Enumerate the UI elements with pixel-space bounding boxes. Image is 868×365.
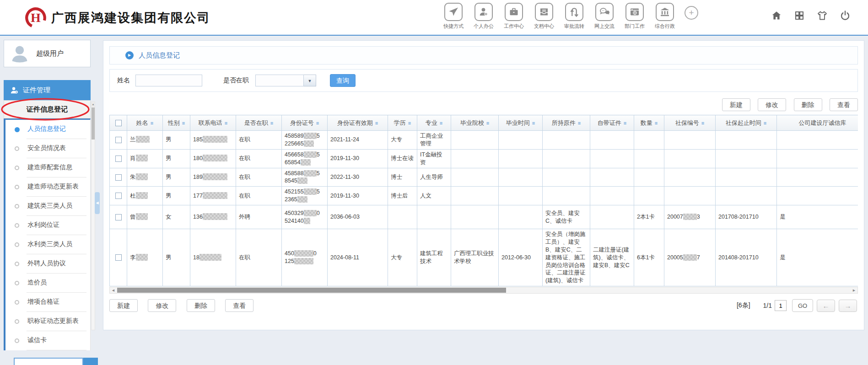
column-header-orig_certs[interactable]: 所持原件≡ bbox=[543, 115, 590, 131]
scroll-up-icon[interactable]: ▲ bbox=[92, 102, 95, 107]
sort-icon[interactable]: ≡ bbox=[486, 120, 489, 126]
column-header-qty[interactable]: 数量≡ bbox=[634, 115, 664, 131]
top-delete-button[interactable]: 删除 bbox=[794, 98, 822, 111]
nav-item-bank[interactable]: 综合行政 bbox=[650, 3, 680, 30]
column-header-name[interactable]: 姓名≡ bbox=[127, 115, 163, 131]
sidebar-section-header[interactable]: 证件管理 bbox=[4, 80, 91, 100]
sidebar-collapse-handle[interactable]: ◀ bbox=[95, 192, 100, 214]
sort-icon[interactable]: ≡ bbox=[316, 120, 319, 126]
next-page-button[interactable]: → bbox=[839, 300, 857, 312]
shirt-icon[interactable] bbox=[817, 10, 828, 21]
column-header-own_certs[interactable]: 自带证件≡ bbox=[590, 115, 634, 131]
employed-select[interactable]: ▼ bbox=[255, 75, 316, 86]
cell-cred_db bbox=[777, 131, 858, 150]
row-checkbox[interactable] bbox=[115, 156, 122, 162]
sort-icon[interactable]: ≡ bbox=[270, 120, 273, 126]
sidebar-bottom-button[interactable] bbox=[83, 358, 98, 365]
column-label: 性别 bbox=[168, 119, 180, 126]
go-button[interactable]: GO bbox=[792, 299, 813, 312]
column-header-ss_period[interactable]: 社保起止时间≡ bbox=[716, 115, 777, 131]
chevron-down-icon[interactable]: ▼ bbox=[304, 75, 316, 86]
sidebar-item[interactable]: 安全员情况表 bbox=[5, 139, 90, 158]
column-header-grad_time[interactable]: 毕业时间≡ bbox=[499, 115, 543, 131]
grid-icon[interactable] bbox=[794, 10, 805, 21]
column-header-id_number[interactable]: 身份证号≡ bbox=[282, 115, 328, 131]
sidebar-item[interactable]: 建造师动态更新表 bbox=[5, 177, 90, 197]
home-icon[interactable] bbox=[771, 10, 782, 21]
table-row[interactable]: 杜男177在职452155523652019-11-30博士后人文 bbox=[110, 187, 858, 205]
h-scrollbar[interactable]: ◀ ▶ bbox=[109, 287, 858, 294]
row-checkbox[interactable] bbox=[115, 174, 122, 181]
delete-button[interactable]: 删除 bbox=[187, 299, 215, 312]
column-header-gender[interactable]: 性别≡ bbox=[163, 115, 190, 131]
scroll-thumb[interactable] bbox=[117, 288, 506, 293]
top-view-button[interactable]: 查看 bbox=[830, 98, 858, 111]
sidebar-group-title[interactable]: 证件信息登记 bbox=[4, 100, 91, 118]
sidebar-item[interactable]: 职称证动态更新表 bbox=[5, 312, 90, 331]
top-create-button[interactable]: 新建 bbox=[722, 98, 750, 111]
prev-page-button[interactable]: ← bbox=[817, 300, 835, 312]
power-icon[interactable] bbox=[840, 10, 851, 21]
sort-icon[interactable]: ≡ bbox=[151, 120, 153, 126]
nav-item-window-star[interactable]: 部门工作 bbox=[620, 3, 650, 30]
sidebar-scrollbar[interactable]: ▲ bbox=[91, 102, 95, 330]
column-header-education[interactable]: 学历≡ bbox=[388, 115, 417, 131]
table-row[interactable]: 李男18在职45001252024-08-11大专建筑工程技术广西理工职业技术学… bbox=[110, 229, 858, 286]
sort-icon[interactable]: ≡ bbox=[701, 120, 704, 126]
employed-select-value[interactable] bbox=[255, 75, 304, 86]
table-row[interactable]: 兰男185在职45858952256652021-11-24大专工商企业管理 bbox=[110, 131, 858, 150]
nav-item-paper-plane[interactable]: 快捷方式 bbox=[438, 3, 469, 30]
create-button[interactable]: 新建 bbox=[109, 299, 138, 312]
page-input[interactable] bbox=[775, 300, 787, 311]
cell-id_number: 4585895225665 bbox=[282, 131, 328, 150]
nav-item-inbox[interactable]: 文档中心 bbox=[529, 3, 559, 30]
nav-item-person[interactable]: 个人办公 bbox=[469, 3, 499, 30]
row-checkbox[interactable] bbox=[115, 193, 122, 199]
view-button[interactable]: 查看 bbox=[225, 299, 253, 312]
row-checkbox[interactable] bbox=[115, 254, 122, 261]
sort-icon[interactable]: ≡ bbox=[375, 120, 378, 126]
nav-item-flow[interactable]: 审批流转 bbox=[559, 3, 589, 30]
sort-icon[interactable]: ≡ bbox=[532, 120, 535, 126]
column-header-employed[interactable]: 是否在职≡ bbox=[236, 115, 282, 131]
sidebar-item[interactable]: 建筑类三类人员 bbox=[5, 197, 90, 216]
column-header-id_valid[interactable]: 身份证有效期≡ bbox=[328, 115, 388, 131]
column-header-ssn[interactable]: 社保编号≡ bbox=[664, 115, 716, 131]
sidebar-scroll-thumb[interactable] bbox=[92, 107, 95, 140]
sort-icon[interactable]: ≡ bbox=[655, 120, 658, 126]
sort-icon[interactable]: ≡ bbox=[408, 120, 411, 126]
table-row[interactable]: 曾女136外聘45032905241402036-06-03安全员、建安C、诚信… bbox=[110, 205, 858, 229]
top-edit-button[interactable]: 修改 bbox=[758, 98, 786, 111]
sidebar-item[interactable]: 增项合格证 bbox=[5, 293, 90, 312]
add-shortcut-button[interactable]: + bbox=[685, 6, 698, 20]
paper-plane-icon bbox=[444, 3, 463, 21]
scroll-left-button[interactable]: ◀ bbox=[110, 287, 117, 293]
sidebar-item[interactable]: 造价员 bbox=[5, 274, 90, 293]
sort-icon[interactable]: ≡ bbox=[578, 120, 581, 126]
column-header-major[interactable]: 专业≡ bbox=[417, 115, 451, 131]
column-header-school[interactable]: 毕业院校≡ bbox=[451, 115, 499, 131]
sort-icon[interactable]: ≡ bbox=[440, 120, 442, 126]
sidebar-item[interactable]: 人员信息登记 bbox=[5, 120, 90, 139]
sidebar-item[interactable]: 水利岗位证 bbox=[5, 216, 90, 235]
sort-icon[interactable]: ≡ bbox=[182, 120, 185, 126]
name-input[interactable] bbox=[135, 75, 202, 86]
nav-item-briefcase[interactable]: 工作中心 bbox=[499, 3, 529, 30]
sidebar-item[interactable]: 外聘人员协议 bbox=[5, 254, 90, 274]
row-checkbox[interactable] bbox=[115, 214, 122, 220]
search-button[interactable]: 查询 bbox=[330, 74, 356, 87]
select-all-checkbox[interactable] bbox=[115, 120, 122, 126]
table-row[interactable]: 肖男180在职4566585658542019-11-30博士在读IT金融投资 bbox=[110, 149, 858, 168]
row-checkbox[interactable] bbox=[115, 137, 122, 143]
sidebar-item[interactable]: 诚信卡 bbox=[5, 331, 90, 350]
table-row[interactable]: 朱男189在职458588585452022-11-30博士人生导师 bbox=[110, 168, 858, 187]
sort-icon[interactable]: ≡ bbox=[225, 120, 227, 126]
sidebar-item[interactable]: 水利类三类人员 bbox=[5, 235, 90, 254]
sidebar-item[interactable]: 建造师配套信息 bbox=[5, 158, 90, 177]
sort-icon[interactable]: ≡ bbox=[764, 120, 766, 126]
scroll-right-button[interactable]: ▶ bbox=[851, 287, 857, 293]
sort-icon[interactable]: ≡ bbox=[624, 120, 626, 126]
edit-button[interactable]: 修改 bbox=[148, 299, 176, 312]
column-header-phone[interactable]: 联系电话≡ bbox=[190, 115, 236, 131]
nav-item-chat[interactable]: 网上交流 bbox=[589, 3, 620, 30]
